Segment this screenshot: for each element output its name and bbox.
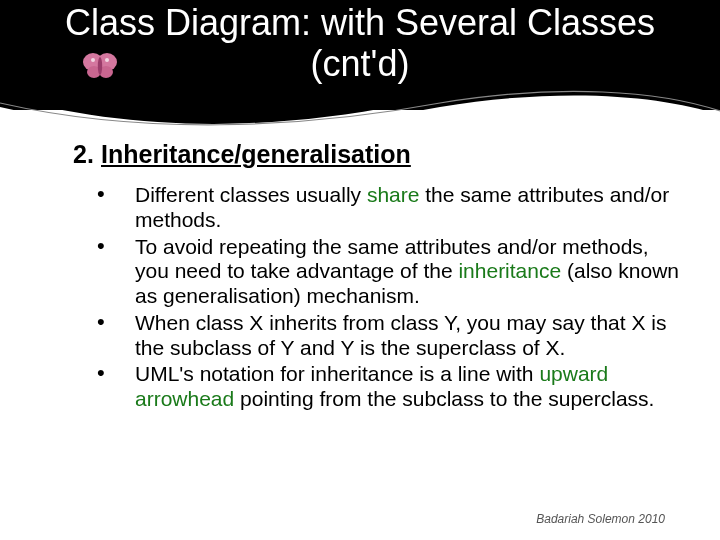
butterfly-icon [82,50,118,80]
list-item: UML's notation for inheritance is a line… [83,362,680,412]
svg-point-5 [91,58,95,62]
bullet-text-pre: Different classes usually [135,183,367,206]
list-item: Different classes usually share the same… [83,183,680,233]
list-item: To avoid repeating the same attributes a… [83,235,680,309]
heading-number: 2. [73,140,101,169]
title-line-2: (cnt'd) [311,43,410,84]
bullet-list: Different classes usually share the same… [55,183,680,412]
section-heading: 2.Inheritance/generalisation [55,140,680,169]
svg-point-6 [105,58,109,62]
list-item: When class X inherits from class Y, you … [83,311,680,361]
bullet-text-highlight: share [367,183,420,206]
footer-credit: Badariah Solemon 2010 [536,512,665,526]
bullet-text-post: pointing from the subclass to the superc… [234,387,654,410]
bullet-text-pre: UML's notation for inheritance is a line… [135,362,539,385]
content-area: 2.Inheritance/generalisation Different c… [55,140,680,414]
heading-text: Inheritance/generalisation [101,140,411,168]
bullet-text-highlight: inheritance [458,259,561,282]
svg-point-4 [98,57,102,75]
bullet-text-pre: When class X inherits from class Y, you … [135,311,666,359]
title-line-1: Class Diagram: with Several Classes [65,2,655,43]
